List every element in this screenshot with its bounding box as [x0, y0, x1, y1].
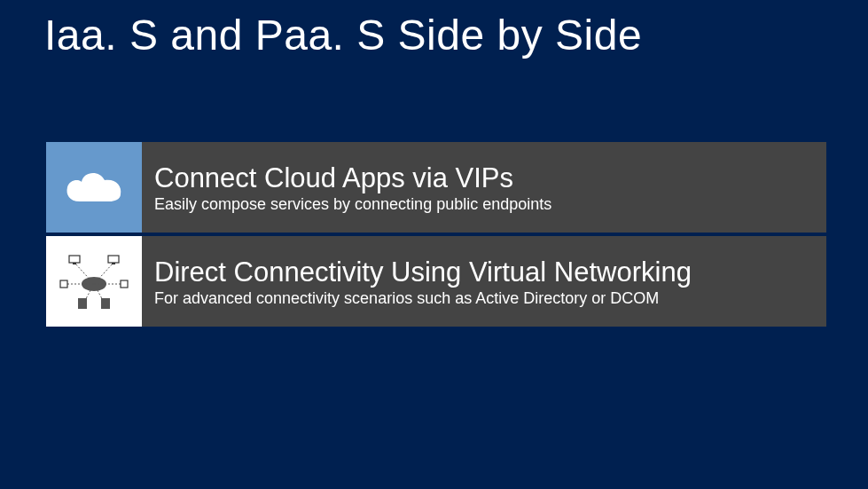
svg-rect-13	[78, 298, 87, 309]
icon-cell-network	[46, 236, 142, 327]
network-icon	[59, 250, 129, 312]
text-cell-cloud: Connect Cloud Apps via VIPs Easily compo…	[142, 142, 826, 233]
svg-rect-12	[121, 280, 128, 288]
row-subtext: For advanced connectivity scenarios such…	[154, 289, 814, 308]
svg-rect-9	[108, 256, 119, 263]
row-heading: Direct Connectivity Using Virtual Networ…	[154, 256, 814, 288]
content-rows: Connect Cloud Apps via VIPs Easily compo…	[46, 142, 826, 330]
cloud-icon	[62, 166, 126, 209]
page-title: Iaa. S and Paa. S Side by Side	[44, 11, 642, 59]
row-subtext: Easily compose services by connecting pu…	[154, 195, 814, 214]
svg-rect-10	[112, 263, 115, 264]
svg-rect-14	[101, 298, 110, 309]
slide: Iaa. S and Paa. S Side by Side Connect C…	[0, 0, 868, 489]
text-cell-network: Direct Connectivity Using Virtual Networ…	[142, 236, 826, 327]
svg-rect-11	[60, 280, 67, 288]
row-network: Direct Connectivity Using Virtual Networ…	[46, 236, 826, 327]
svg-rect-7	[69, 256, 80, 263]
row-heading: Connect Cloud Apps via VIPs	[154, 162, 814, 194]
row-cloud: Connect Cloud Apps via VIPs Easily compo…	[46, 142, 826, 233]
icon-cell-cloud	[46, 142, 142, 233]
svg-rect-8	[73, 263, 76, 264]
